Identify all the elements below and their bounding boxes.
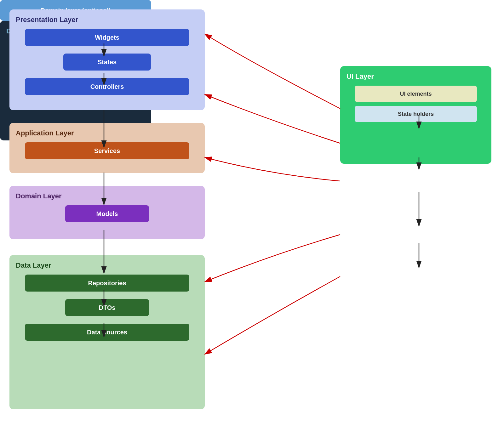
controllers-component: Controllers [25, 78, 189, 95]
datasources-left-component: Data Sources [25, 324, 189, 341]
application-layer-label: Application Layer [16, 129, 198, 137]
repositories-left-component: Repositories [25, 275, 189, 292]
ui-elements-component: UI elements [355, 86, 477, 102]
repositories-left-label: Repositories [88, 280, 126, 287]
models-label: Models [96, 210, 118, 218]
models-component: Models [65, 205, 149, 222]
widgets-component: Widgets [25, 29, 189, 46]
presentation-layer-label: Presentation Layer [16, 16, 198, 24]
controllers-label: Controllers [90, 83, 124, 90]
domain-layer-box: Domain Layer Models [9, 186, 205, 239]
state-holders-label: State holders [398, 111, 434, 117]
services-label: Services [94, 147, 120, 155]
ui-layer-box: UI Layer UI elements State holders [340, 66, 491, 164]
application-layer-box: Application Layer Services [9, 123, 205, 173]
ui-elements-label: UI elements [400, 91, 432, 97]
dtos-component: DTOs [65, 299, 149, 316]
states-label: States [98, 59, 117, 66]
widgets-label: Widgets [95, 34, 119, 41]
states-component: States [63, 54, 151, 71]
ui-layer-label: UI Layer [346, 72, 485, 81]
services-component: Services [25, 142, 189, 159]
datasources-left-label: Data Sources [87, 329, 127, 336]
presentation-layer-box: Presentation Layer Widgets States Contro… [9, 9, 205, 110]
dtos-label: DTOs [99, 304, 116, 311]
data-layer-left-label: Data Layer [16, 261, 198, 270]
data-layer-left-box: Data Layer Repositories DTOs Data Source… [9, 255, 205, 409]
diagram-container: Presentation Layer Widgets States Contro… [0, 0, 504, 426]
state-holders-component: State holders [355, 106, 477, 122]
domain-layer-label: Domain Layer [16, 192, 198, 200]
